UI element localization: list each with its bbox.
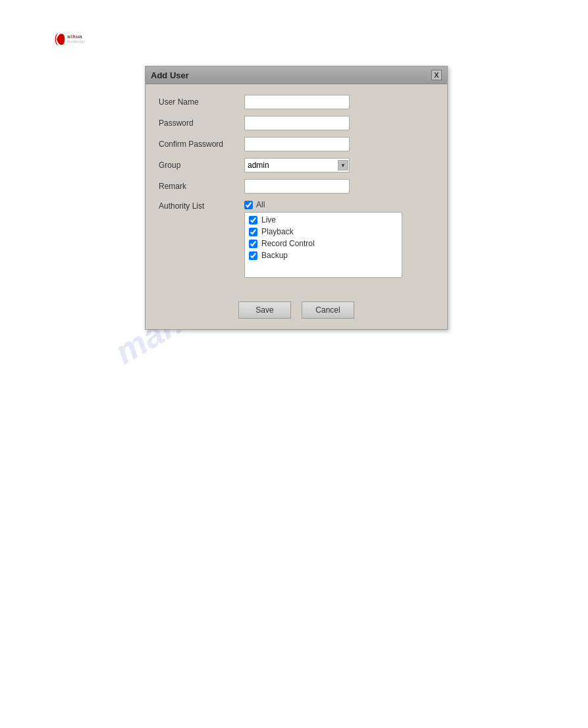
password-input[interactable] xyxy=(244,116,350,130)
playback-checkbox[interactable] xyxy=(249,228,257,236)
add-user-dialog: Add User X User Name Password Confirm Pa… xyxy=(145,66,448,330)
dialog-title: Add User xyxy=(151,70,189,80)
remark-row: Remark xyxy=(159,179,434,194)
svg-text:a: a xyxy=(67,34,70,39)
record-control-checkbox[interactable] xyxy=(249,240,257,248)
record-control-label[interactable]: Record Control xyxy=(261,239,315,248)
dialog-body: User Name Password Confirm Password Grou… xyxy=(146,84,447,295)
group-select[interactable]: admin user guest xyxy=(244,158,350,172)
authority-content: All Live Playback Record C xyxy=(244,200,434,278)
svg-text:l: l xyxy=(70,34,72,39)
group-label: Group xyxy=(159,161,244,170)
dialog-close-button[interactable]: X xyxy=(431,70,442,80)
username-input[interactable] xyxy=(244,95,350,109)
live-checkbox[interactable] xyxy=(249,216,257,224)
group-select-wrapper: admin user guest ▼ xyxy=(244,158,350,172)
svg-text:ua: ua xyxy=(76,34,82,39)
authority-list-label: Authority List xyxy=(159,200,244,211)
list-item: Backup xyxy=(245,249,402,261)
logo-area: a l h ua TECHNOLOGY xyxy=(53,26,89,53)
dialog-titlebar: Add User X xyxy=(146,66,447,84)
authority-row: Authority List All Live Playback xyxy=(159,200,434,278)
playback-label[interactable]: Playback xyxy=(261,227,294,236)
group-row: Group admin user guest ▼ xyxy=(159,158,434,172)
username-label: User Name xyxy=(159,97,244,107)
all-checkbox-row: All xyxy=(244,200,434,209)
remark-label: Remark xyxy=(159,182,244,191)
confirm-password-label: Confirm Password xyxy=(159,140,244,149)
list-item: Record Control xyxy=(245,238,402,249)
list-item: Live xyxy=(245,214,402,226)
authority-checkbox-list[interactable]: Live Playback Record Control Backup xyxy=(244,212,402,278)
remark-input[interactable] xyxy=(244,179,350,194)
password-label: Password xyxy=(159,118,244,128)
svg-text:h: h xyxy=(72,34,76,39)
backup-label[interactable]: Backup xyxy=(261,251,288,260)
svg-text:TECHNOLOGY: TECHNOLOGY xyxy=(67,41,85,43)
backup-checkbox[interactable] xyxy=(249,251,257,260)
dialog-footer: Save Cancel xyxy=(146,295,447,329)
dahua-logo-icon: a l h ua TECHNOLOGY xyxy=(53,26,89,53)
password-row: Password xyxy=(159,116,434,130)
confirm-password-row: Confirm Password xyxy=(159,137,434,151)
confirm-password-input[interactable] xyxy=(244,137,350,151)
live-label[interactable]: Live xyxy=(261,215,276,224)
cancel-button[interactable]: Cancel xyxy=(302,301,354,319)
all-checkbox[interactable] xyxy=(244,201,253,209)
username-row: User Name xyxy=(159,95,434,109)
all-label[interactable]: All xyxy=(256,200,265,209)
save-button[interactable]: Save xyxy=(238,301,291,319)
list-item: Playback xyxy=(245,226,402,238)
